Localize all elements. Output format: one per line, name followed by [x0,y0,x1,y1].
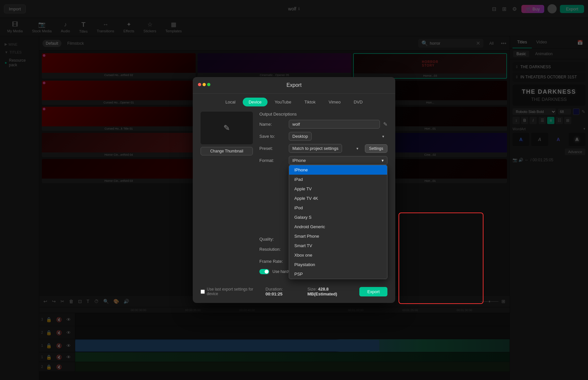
format-option-ipod[interactable]: iPod [289,203,387,213]
format-option-psp[interactable]: PSP [289,269,387,279]
size-info: Size: 428.8 MB(Estimated) [307,287,359,296]
save-to-row: Save to: Desktop [259,132,387,141]
resolution-label: Resolution: [259,247,286,252]
tab-tiktok[interactable]: Tiktok [299,98,321,106]
dropdown-highlight-box [399,213,483,304]
settings-button[interactable]: Settings [365,144,387,153]
format-chevron-icon: ▾ [382,158,384,163]
change-thumbnail-button[interactable]: Change Thumbnail [201,147,253,155]
format-dropdown-container: IPhone ▾ IPhone iPad Apple TV Apple TV 4… [289,156,387,165]
last-export-checkbox[interactable] [201,290,205,294]
edit-thumbnail-icon: ✎ [223,123,230,133]
name-label: Name: [259,122,286,127]
footer-info: Duration: 00:01:25 Size: 428.8 MB(Estima… [266,287,360,296]
preset-label: Preset: [259,146,286,151]
close-window-dot[interactable] [198,83,201,86]
thumbnail-preview[interactable]: ✎ [201,112,253,144]
minimize-window-dot[interactable] [203,83,206,86]
encoding-toggle[interactable] [259,269,269,274]
format-row-modal: Format: IPhone ▾ IPhone iPad Apple TV Ap… [259,156,387,165]
format-option-iphone[interactable]: IPhone [289,165,387,175]
duration-info: Duration: 00:01:25 [266,287,301,296]
tab-local[interactable]: Local [220,98,241,106]
export-modal: Export Local Device YouTube Tiktok Vimeo… [193,77,395,303]
format-dropdown-trigger[interactable]: IPhone ▾ [289,156,387,165]
frame-rate-label: Frame Rate: [259,259,286,264]
tab-youtube[interactable]: YouTube [269,98,297,106]
name-input[interactable] [289,120,380,129]
save-to-select[interactable]: Desktop [289,132,312,141]
format-option-smartphone[interactable]: Smart Phone [289,231,387,241]
format-option-appletv4k[interactable]: Apple TV 4K [289,194,387,203]
tab-vimeo[interactable]: Vimeo [323,98,347,106]
export-button-modal[interactable]: Export [359,287,387,296]
save-to-wrapper: Desktop [289,132,387,141]
format-option-galaxys[interactable]: Galaxy S [289,213,387,222]
quality-label: Quality: [259,237,286,242]
save-to-label: Save to: [259,134,286,139]
maximize-window-dot[interactable] [207,83,210,86]
modal-overlay: Export Local Device YouTube Tiktok Vimeo… [0,0,588,380]
format-option-playstation[interactable]: Playstation [289,260,387,269]
format-label: Format: [259,158,286,163]
tab-device[interactable]: Device [243,98,268,106]
modal-footer: Use last export settings for device Dura… [193,283,395,296]
output-descriptions: Output Descriptions [259,112,387,117]
tab-dvd[interactable]: DVD [348,98,368,106]
format-dropdown-list: IPhone iPad Apple TV Apple TV 4K iPod Ga… [289,165,387,279]
format-option-xbox[interactable]: Xbox one [289,250,387,260]
modal-form: Output Descriptions Name: ✎ Save to: Des… [259,112,387,277]
format-selected-value: IPhone [292,158,306,163]
last-export-label: Use last export settings for device [207,287,266,296]
format-option-android[interactable]: Android Generic [289,222,387,231]
modal-tabs: Local Device YouTube Tiktok Vimeo DVD [193,94,395,106]
preset-row: Preset: Match to project settings Settin… [259,144,387,153]
name-row: Name: ✎ [259,120,387,129]
modal-title: Export [193,77,395,94]
traffic-lights [198,83,210,86]
format-option-ipad[interactable]: iPad [289,175,387,184]
preset-wrapper: Match to project settings [289,144,362,153]
format-option-smarttv[interactable]: Smart TV [289,241,387,250]
last-export-checkbox-label[interactable]: Use last export settings for device [201,287,266,296]
edit-name-icon[interactable]: ✎ [383,121,387,127]
preset-select[interactable]: Match to project settings [289,144,342,153]
format-option-appletv[interactable]: Apple TV [289,184,387,194]
modal-body: ✎ Change Thumbnail Output Descriptions N… [193,106,395,283]
modal-thumbnail-section: ✎ Change Thumbnail [201,112,253,277]
